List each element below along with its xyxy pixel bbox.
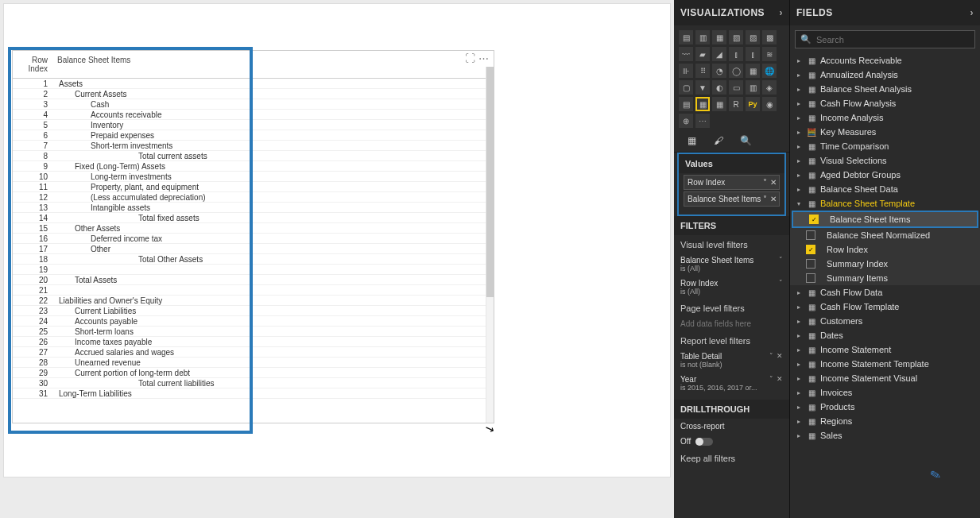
page-filters-placeholder[interactable]: Add data fields here (674, 316, 789, 331)
field-column-row[interactable]: Summary Index (790, 257, 980, 271)
stacked-bar-icon[interactable]: ▤ (679, 30, 693, 44)
focus-mode-icon[interactable]: ⛶ (465, 52, 475, 64)
field-table-row[interactable]: ▸▦Cash Flow Template (790, 300, 980, 314)
donut-icon[interactable]: ◯ (729, 64, 743, 78)
expand-icon[interactable]: ▸ (795, 404, 803, 411)
column-header-balance-sheet-items[interactable]: Balance Sheet Items (54, 51, 494, 78)
field-table-row[interactable]: ▸▦Annualized Analysis (790, 68, 980, 82)
table-row[interactable]: 25Short-term loans (13, 327, 494, 337)
field-column-row[interactable]: ✓Row Index (790, 242, 980, 257)
table-row[interactable]: 9Fixed (Long-Term) Assets (13, 161, 494, 172)
scrollbar-thumb[interactable] (486, 67, 494, 297)
fields-well-icon[interactable]: ▦ (685, 134, 698, 147)
expand-icon[interactable]: ▸ (795, 86, 803, 93)
field-column-row[interactable]: Summary Items (790, 271, 980, 285)
table-row[interactable]: 7Short-term investments (13, 141, 494, 151)
table-row[interactable]: 27Accrued salaries and wages (13, 347, 494, 358)
table-row[interactable]: 21 (13, 285, 494, 296)
field-well[interactable]: Balance Sheet Items˅✕ (684, 191, 780, 207)
matrix-icon[interactable]: ▦ (712, 97, 726, 111)
funnel-icon[interactable]: ▼ (695, 80, 710, 95)
table-row[interactable]: 11Property, plant, and equipment (13, 182, 494, 192)
table-row[interactable]: 29Current portion of long-term debt (13, 368, 494, 378)
table-row[interactable]: 1Assets (13, 79, 494, 89)
chevron-down-icon[interactable]: ˅ (763, 178, 767, 187)
table-row[interactable]: 5Inventory (13, 120, 494, 130)
field-table-row[interactable]: ▾▦Balance Sheet Template (790, 196, 980, 211)
field-checkbox[interactable] (806, 230, 815, 240)
report-filter-item[interactable]: Table Detailis not (Blank)˅✕ (674, 349, 789, 372)
field-table-row[interactable]: ▸▦Cash Flow Analysis (790, 96, 980, 110)
field-table-row[interactable]: ▸▦Income Statement (790, 342, 980, 357)
table-row[interactable]: 31Long-Term Liabilities (13, 388, 494, 399)
collapse-icon[interactable]: › (970, 7, 974, 18)
field-table-row[interactable]: ▸▦Aged Debtor Groups (790, 168, 980, 182)
field-column-row[interactable]: Balance Sheet Normalized (790, 228, 980, 242)
table-row[interactable]: 26Income taxes payable (13, 337, 494, 347)
table-row[interactable]: 17Other (13, 244, 494, 254)
expand-icon[interactable]: ▸ (795, 157, 803, 164)
expand-icon[interactable]: ▸ (795, 72, 803, 79)
collapse-icon[interactable]: › (780, 7, 784, 18)
table-row[interactable]: 3Cash (13, 99, 494, 110)
search-input[interactable] (816, 35, 970, 44)
table-row[interactable]: 8Total current assets (13, 151, 494, 161)
stacked-area-icon[interactable]: ◢ (712, 47, 726, 61)
field-table-row[interactable]: ▸▦Income Statement Template (790, 357, 980, 371)
table-row[interactable]: 28Unearned revenue (13, 358, 494, 368)
visual-filter-item[interactable]: Balance Sheet Itemsis (All)˅ (674, 253, 789, 276)
expand-icon[interactable]: ▸ (795, 57, 803, 64)
expand-icon[interactable]: ▸ (795, 143, 803, 150)
field-table-row[interactable]: ▸▦Income Statement Visual (790, 371, 980, 385)
expand-icon[interactable]: ▸ (795, 332, 803, 339)
visualizations-header[interactable]: VISUALIZATIONS › (674, 0, 789, 25)
fields-header[interactable]: FIELDS › (790, 0, 980, 25)
filled-map-icon[interactable]: ▢ (679, 80, 693, 95)
table-row[interactable]: 4Accounts receivable (13, 110, 494, 120)
field-table-row[interactable]: ▸▦Time Comparison (790, 139, 980, 153)
expand-icon[interactable]: ▸ (795, 172, 803, 179)
expand-icon[interactable]: ▸ (795, 186, 803, 193)
table-row[interactable]: 12(Less accumulated depreciation) (13, 192, 494, 203)
kpi-icon[interactable]: ◈ (762, 80, 777, 95)
table-visual[interactable]: ⛶ ⋯ Row Index Balance Sheet Items 1Asset… (12, 50, 494, 423)
field-checkbox[interactable]: ✓ (806, 245, 815, 254)
line-column2-icon[interactable]: ⫿ (746, 47, 760, 61)
field-table-row[interactable]: ▸🧮Key Measures (790, 125, 980, 139)
field-checkbox[interactable] (806, 259, 815, 269)
field-table-row[interactable]: ▸▦Accounts Receivable (790, 53, 980, 68)
field-checkbox[interactable] (806, 273, 815, 283)
report-page[interactable]: ⛶ ⋯ Row Index Balance Sheet Items 1Asset… (3, 3, 671, 477)
table-row[interactable]: 6Prepaid expenses (13, 130, 494, 141)
remove-icon[interactable]: ✕ (770, 178, 777, 187)
map-icon[interactable]: 🌐 (762, 64, 777, 78)
table-row[interactable]: 13Intangible assets (13, 203, 494, 213)
field-table-row[interactable]: ▸▦Cash Flow Data (790, 285, 980, 300)
expand-icon[interactable]: ▸ (795, 418, 803, 425)
line-column-icon[interactable]: ⫿ (729, 47, 743, 61)
table-row[interactable]: 16Deferred income tax (13, 234, 494, 244)
gauge-icon[interactable]: ◐ (712, 80, 726, 95)
column-header-row-index[interactable]: Row Index (13, 51, 54, 78)
table-row[interactable]: 24Accounts payable (13, 316, 494, 327)
expand-icon[interactable]: ▾ (795, 200, 803, 207)
field-table-row[interactable]: ▸▦Products (790, 400, 980, 414)
treemap-icon[interactable]: ▦ (746, 64, 760, 78)
stacked-column-icon[interactable]: ▦ (712, 30, 726, 44)
waterfall-icon[interactable]: ⊪ (679, 64, 693, 78)
field-checkbox[interactable]: ✓ (809, 215, 819, 224)
globe-icon[interactable]: ⊕ (679, 114, 693, 128)
slicer-icon[interactable]: ▤ (679, 97, 693, 111)
scatter-icon[interactable]: ⠿ (695, 64, 710, 78)
table-icon[interactable]: ▦ (695, 97, 710, 111)
field-table-row[interactable]: ▸▦Balance Sheet Analysis (790, 82, 980, 96)
table-row[interactable]: 19 (13, 265, 494, 275)
vertical-scrollbar[interactable] (486, 67, 494, 423)
line-chart-icon[interactable]: 〰 (679, 47, 693, 61)
report-filter-item[interactable]: Yearis 2015, 2016, 2017 or...˅✕ (674, 372, 789, 395)
field-table-row[interactable]: ▸▦Dates (790, 328, 980, 342)
field-table-row[interactable]: ▸▦Income Analysis (790, 110, 980, 125)
field-column-row[interactable]: ✓Balance Sheet Items (792, 211, 978, 228)
field-table-row[interactable]: ▸▦Balance Sheet Data (790, 182, 980, 196)
report-canvas[interactable]: ⛶ ⋯ Row Index Balance Sheet Items 1Asset… (0, 0, 674, 518)
